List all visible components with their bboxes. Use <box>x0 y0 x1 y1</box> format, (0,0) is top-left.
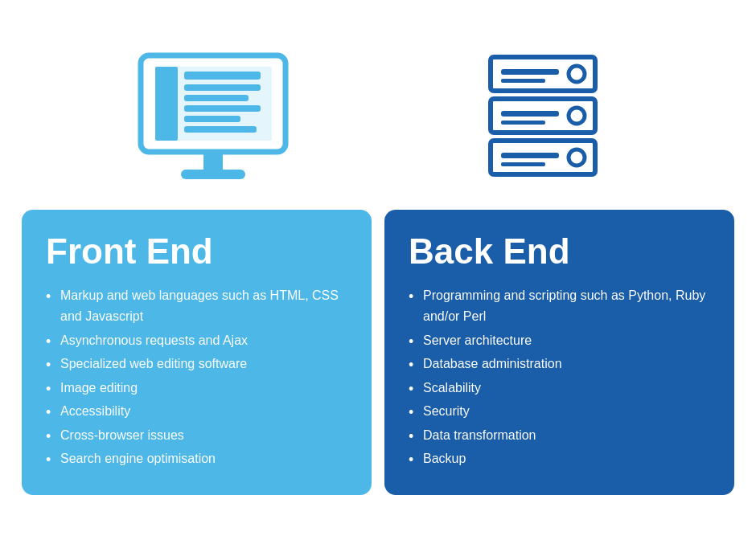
svg-rect-13 <box>501 69 559 75</box>
server-icon-wrapper <box>454 49 631 194</box>
list-item: Server architecture <box>409 330 710 351</box>
list-item: Asynchronous requests and Ajax <box>46 330 347 351</box>
monitor-icon-wrapper <box>125 49 302 194</box>
list-item: Security <box>409 401 710 422</box>
svg-rect-21 <box>501 153 559 158</box>
backend-list: Programming and scripting such as Python… <box>409 285 710 469</box>
svg-rect-2 <box>155 67 178 141</box>
list-item: Cross-browser issues <box>46 425 347 446</box>
svg-rect-6 <box>184 105 261 112</box>
list-item: Backup <box>409 448 710 469</box>
backend-title: Back End <box>409 232 710 271</box>
svg-rect-18 <box>501 121 545 125</box>
frontend-card: Front End Markup and web languages such … <box>22 210 372 495</box>
backend-card: Back End Programming and scripting such … <box>384 210 734 495</box>
svg-rect-17 <box>501 111 559 117</box>
svg-rect-8 <box>184 126 257 133</box>
frontend-list: Markup and web languages such as HTML, C… <box>46 285 347 469</box>
list-item: Markup and web languages such as HTML, C… <box>46 285 347 326</box>
svg-rect-7 <box>184 116 240 122</box>
list-item: Programming and scripting such as Python… <box>409 285 710 326</box>
list-item: Database administration <box>409 354 710 374</box>
list-item: Specialized web editing software <box>46 354 347 374</box>
icons-row <box>16 49 740 194</box>
monitor-icon <box>133 49 294 194</box>
list-item: Image editing <box>46 378 347 399</box>
page-container: Front End Markup and web languages such … <box>8 33 748 511</box>
list-item: Scalability <box>409 378 710 399</box>
frontend-title: Front End <box>46 232 347 271</box>
list-item: Search engine optimisation <box>46 448 347 469</box>
svg-point-20 <box>569 149 585 166</box>
svg-rect-22 <box>501 162 545 166</box>
svg-point-12 <box>569 66 585 82</box>
svg-rect-9 <box>203 152 223 171</box>
svg-rect-14 <box>501 79 545 83</box>
svg-rect-10 <box>181 170 245 179</box>
list-item: Data transformation <box>409 425 710 446</box>
list-item: Accessibility <box>46 401 347 422</box>
svg-rect-4 <box>184 84 261 91</box>
svg-rect-3 <box>184 72 261 80</box>
svg-point-16 <box>569 108 585 124</box>
cards-row: Front End Markup and web languages such … <box>16 210 740 495</box>
server-icon <box>479 49 607 194</box>
svg-rect-5 <box>184 95 249 101</box>
